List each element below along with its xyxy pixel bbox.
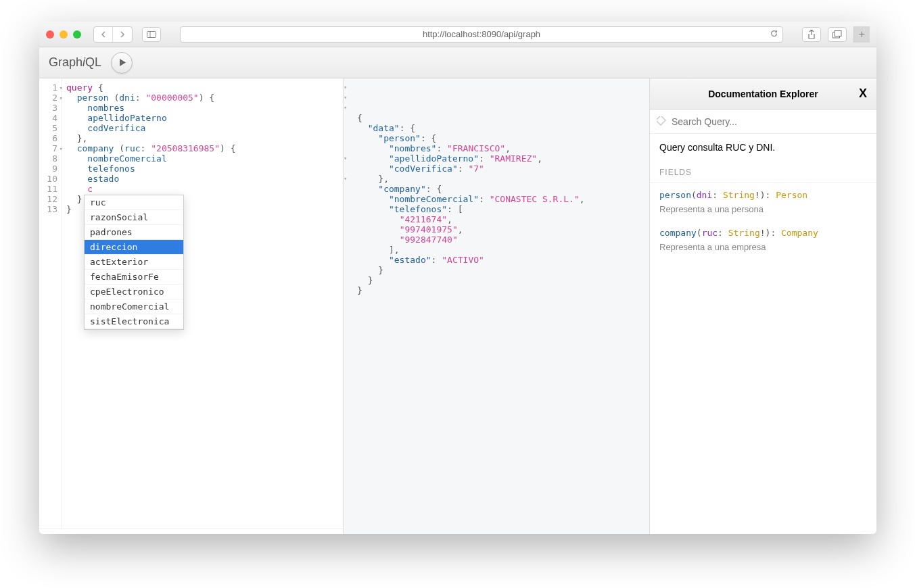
reload-icon	[770, 29, 778, 38]
query-editor[interactable]: 1▾2▾34567▾8910111213 query { person (dni…	[39, 78, 344, 534]
variables-drawer-handle[interactable]	[39, 529, 343, 534]
result-pane: ▾▾▾▾▾ { "data": { "person": { "nombres":…	[344, 78, 649, 534]
browser-chrome: http://localhost:8090/api/graph +	[39, 22, 876, 47]
chevron-right-icon	[120, 31, 125, 38]
browser-window: http://localhost:8090/api/graph + Graphi…	[39, 22, 876, 534]
play-icon	[119, 58, 126, 67]
doc-field[interactable]: company(ruc: String!): Company	[650, 221, 876, 239]
close-window-button[interactable]	[46, 30, 54, 39]
docs-pane: Documentation Explorer X Query consulta …	[649, 78, 876, 534]
autocomplete-item[interactable]: sistElectronica	[85, 314, 183, 329]
doc-field-description: Representa a una persona	[650, 201, 876, 221]
sidebar-toggle-button[interactable]	[142, 27, 161, 42]
docs-description: Query consulta RUC y DNI.	[650, 134, 876, 161]
docs-search[interactable]	[650, 109, 876, 134]
autocomplete-popup[interactable]: rucrazonSocialpadronesdireccionactExteri…	[84, 195, 184, 330]
minimize-window-button[interactable]	[60, 30, 68, 39]
docs-search-input[interactable]	[672, 116, 870, 127]
fold-arrow-icon[interactable]: ▾	[60, 144, 63, 154]
autocomplete-item[interactable]: nombreComercial	[85, 299, 183, 314]
svg-rect-4	[657, 116, 665, 125]
result-code: { "data": { "person": { "nombres": "FRAN…	[348, 113, 649, 295]
graphiql-toolbar: GraphiQL	[39, 47, 876, 78]
svg-rect-3	[835, 30, 841, 36]
autocomplete-item[interactable]: actExterior	[85, 255, 183, 270]
graphiql-body: 1▾2▾34567▾8910111213 query { person (dni…	[39, 78, 876, 534]
docs-fields-list: person(dni: String!): PersonRepresenta a…	[650, 183, 876, 259]
logo-prefix: Graph	[49, 55, 83, 69]
autocomplete-item[interactable]: razonSocial	[85, 210, 183, 225]
back-button[interactable]	[94, 27, 113, 42]
graphiql-logo: GraphiQL	[49, 55, 101, 70]
autocomplete-item[interactable]: padrones	[85, 225, 183, 240]
doc-field[interactable]: person(dni: String!): Person	[650, 183, 876, 201]
sidebar-icon	[147, 31, 156, 38]
result-gutter: ▾▾▾▾▾	[344, 82, 350, 265]
docs-header: Documentation Explorer X	[650, 78, 876, 109]
share-icon	[807, 30, 816, 39]
reload-button[interactable]	[770, 29, 778, 40]
url-text: http://localhost:8090/api/graph	[423, 29, 540, 39]
docs-fields-label: FIELDS	[650, 161, 876, 183]
tabs-button[interactable]	[828, 27, 847, 42]
autocomplete-item[interactable]: ruc	[85, 195, 183, 210]
traffic-lights	[46, 30, 81, 39]
fold-arrow-icon[interactable]: ▾	[60, 83, 63, 93]
share-button[interactable]	[802, 27, 821, 42]
docs-title: Documentation Explorer	[708, 89, 818, 99]
docs-close-button[interactable]: X	[859, 87, 867, 101]
tabs-icon	[832, 30, 842, 39]
editor-gutter: 1▾2▾34567▾8910111213	[39, 78, 62, 534]
nav-buttons	[93, 26, 133, 43]
fold-arrow-icon[interactable]: ▾	[60, 93, 63, 103]
new-tab-button[interactable]: +	[853, 26, 870, 43]
logo-suffix: QL	[85, 55, 101, 69]
autocomplete-item[interactable]: direccion	[85, 240, 183, 255]
chevron-left-icon	[101, 31, 106, 38]
autocomplete-item[interactable]: cpeElectronico	[85, 285, 183, 299]
maximize-window-button[interactable]	[73, 30, 81, 39]
execute-button[interactable]	[111, 52, 133, 74]
right-buttons: +	[802, 26, 870, 43]
svg-rect-0	[147, 31, 156, 37]
forward-button[interactable]	[113, 27, 132, 42]
doc-field-description: Representa a una empresa	[650, 239, 876, 259]
search-icon	[657, 116, 667, 127]
url-bar[interactable]: http://localhost:8090/api/graph	[180, 26, 783, 43]
autocomplete-item[interactable]: fechaEmisorFe	[85, 270, 183, 285]
